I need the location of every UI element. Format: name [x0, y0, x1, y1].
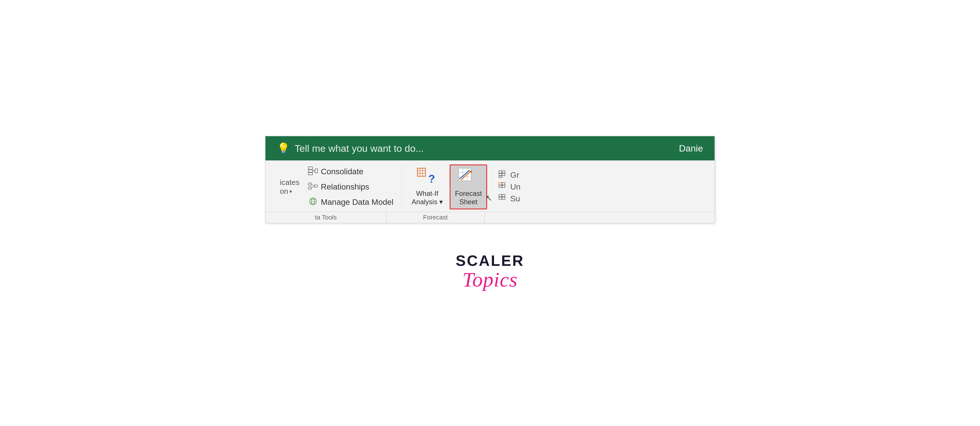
svg-rect-1 [309, 169, 312, 172]
page-container: 💡 Tell me what you want to do... Danie i… [0, 0, 980, 426]
svg-line-10 [311, 186, 315, 188]
forecast-section: ? What-If Analysis ▾ [402, 165, 493, 209]
right-section: Gr Un [493, 165, 526, 209]
on-dropdown[interactable]: on ▾ [280, 187, 299, 196]
partial-icates: icates [280, 178, 299, 187]
right-un-label: Un [510, 182, 520, 192]
svg-rect-38 [499, 197, 502, 199]
svg-rect-40 [502, 197, 505, 199]
relationships-label: Relationships [321, 182, 369, 192]
svg-rect-30 [499, 176, 502, 178]
data-tools-list: Consolidate [306, 165, 396, 209]
data-tools-section: icates on ▾ [271, 165, 402, 209]
svg-rect-6 [309, 183, 311, 185]
tell-me-text[interactable]: Tell me what you want to do... [294, 143, 424, 154]
data-tools-label: ta Tools [266, 212, 387, 223]
topics-wordmark: Topics [462, 269, 517, 290]
what-if-analysis-button[interactable]: ? What-If Analysis ▾ [407, 165, 447, 209]
dropdown-caret-icon: ▾ [290, 188, 292, 195]
svg-rect-31 [502, 171, 505, 173]
consolidate-label: Consolidate [321, 167, 363, 176]
forecast-sheet-label: Forecast Sheet [455, 190, 482, 206]
right-item-su[interactable]: Su [499, 194, 520, 204]
what-if-line1: What-If [412, 190, 443, 198]
svg-rect-29 [499, 173, 502, 176]
lightbulb-icon: 💡 [277, 142, 290, 154]
svg-rect-34 [499, 185, 502, 187]
partial-left: icates on ▾ [277, 178, 302, 196]
forecast-sheet-button[interactable]: ↖ Forecast Sheet [450, 165, 487, 209]
cursor-arrow-icon: ↖ [485, 193, 492, 203]
right-item-un[interactable]: Un [499, 182, 520, 192]
right-gr-label: Gr [510, 171, 519, 180]
ribbon-content: icates on ▾ [266, 165, 714, 209]
scaler-logo: SCALER Topics [456, 252, 524, 290]
right-su-label: Su [510, 194, 520, 203]
ribbon-section-labels: ta Tools Forecast [266, 212, 714, 223]
manage-data-model-label: Manage Data Model [321, 198, 393, 207]
excel-ribbon: 💡 Tell me what you want to do... Danie i… [265, 136, 715, 223]
svg-rect-32 [502, 173, 505, 176]
forecast-label: Forecast [387, 212, 485, 223]
svg-rect-8 [315, 185, 317, 187]
svg-rect-16 [417, 168, 425, 176]
tell-me-area[interactable]: 💡 Tell me what you want to do... [277, 142, 679, 154]
on-label: on [280, 187, 288, 196]
relationships-button[interactable]: Relationships [306, 181, 396, 193]
svg-line-9 [311, 184, 315, 186]
relationships-icon [308, 182, 318, 192]
user-name: Danie [679, 143, 703, 154]
right-su-icon [499, 194, 507, 204]
what-if-line2: Analysis ▾ [412, 198, 443, 206]
right-label-bar [485, 212, 536, 223]
forecast-sheet-line1: Forecast [455, 190, 482, 198]
svg-rect-39 [502, 195, 505, 197]
forecast-sheet-line2: Sheet [455, 198, 482, 206]
ribbon-body: icates on ▾ [266, 160, 714, 223]
svg-rect-37 [499, 195, 502, 197]
right-item-gr[interactable]: Gr [499, 171, 520, 180]
ribbon-top-bar: 💡 Tell me what you want to do... Danie [266, 136, 714, 160]
svg-rect-33 [499, 183, 502, 185]
what-if-icon: ? [417, 168, 438, 188]
svg-rect-7 [309, 187, 311, 189]
scaler-wordmark: SCALER [456, 252, 524, 269]
consolidate-button[interactable]: Consolidate [306, 165, 396, 178]
svg-rect-2 [309, 173, 312, 175]
right-gr-icon [499, 171, 507, 180]
right-un-icon [499, 182, 507, 192]
svg-rect-28 [499, 171, 502, 173]
consolidate-icon [308, 166, 318, 177]
forecast-sheet-icon [458, 168, 479, 188]
manage-data-icon [308, 197, 318, 207]
svg-text:?: ? [428, 173, 435, 185]
what-if-label: What-If Analysis ▾ [412, 190, 443, 206]
svg-rect-35 [502, 183, 505, 185]
manage-data-model-button[interactable]: Manage Data Model [306, 196, 396, 209]
svg-rect-0 [309, 167, 312, 169]
svg-rect-36 [502, 185, 505, 187]
svg-rect-5 [315, 169, 318, 173]
